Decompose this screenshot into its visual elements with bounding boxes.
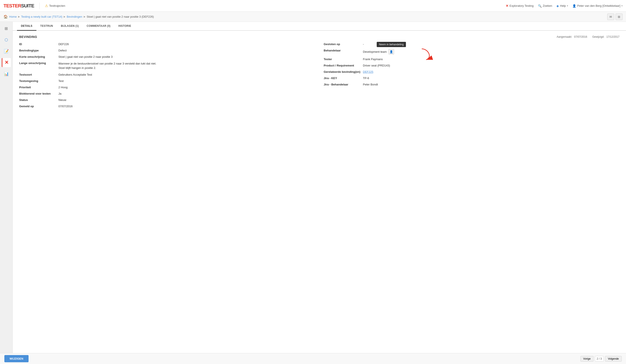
help-label: Help: [560, 4, 566, 7]
field-lange-omschrijving: Lange omschrijving Wanneer je de bestuur…: [19, 61, 315, 70]
help-chevron: ▾: [567, 4, 568, 7]
field-label-id: ID: [19, 42, 58, 46]
field-value-product: Driver seat (PRD143): [363, 64, 620, 67]
field-value-behandelaar: Development team: [363, 50, 387, 53]
field-gemeld-op: Gemeld op 07/07/2016: [19, 105, 315, 108]
field-label-bevindingtype: Bevindingtype: [19, 49, 58, 52]
field-blokkerend: Blokkerend voor testen Ja: [19, 92, 315, 95]
user-chevron: ▾: [622, 4, 623, 7]
field-gerelateerde: Gerelateerde bevinding(en) DEF225: [324, 70, 620, 74]
tab-details[interactable]: DETAILS: [17, 22, 37, 31]
puzzle-icon: ⬡: [4, 38, 8, 42]
field-status: Status Nieuw: [19, 98, 315, 102]
breadcrumb-actions: ✉ ⊞: [607, 13, 623, 20]
breadcrumb-home[interactable]: Home: [9, 15, 17, 18]
nav-right: ✕ Exploratory Testing 🔍 Zoeken ◆ Help ▾ …: [506, 4, 623, 8]
gerelateerde-link[interactable]: DEF225: [363, 70, 373, 74]
field-behandelaar: Behandelaar Development team Neem in beh…: [324, 49, 620, 54]
field-product: Product / Requirement Driver seat (PRD14…: [324, 64, 620, 67]
diamond-icon: ◆: [556, 4, 559, 8]
tab-commentaar[interactable]: COMMENTAAR (0): [83, 22, 115, 31]
exploratory-testing-btn[interactable]: ✕ Exploratory Testing: [506, 4, 534, 8]
user-menu[interactable]: 👤 Peter van den Berg [Ontwikkelaar] ▾: [572, 4, 623, 8]
field-value-prioriteit: 2 Hoog: [58, 86, 315, 89]
field-testsoort: Testsoort Gebruikers Acceptatie Test: [19, 73, 315, 76]
field-value-testsoort: Gebruikers Acceptatie Test: [58, 73, 315, 76]
field-label-prioriteit: Prioriteit: [19, 86, 58, 89]
pagination: Vorige 2 / 3 Volgende: [581, 356, 622, 362]
sidebar-item-x[interactable]: ✕: [2, 58, 11, 67]
field-korte-omschrijving: Korte omschrijving Stoel | gaat niet van…: [19, 55, 315, 58]
logo[interactable]: TESTERSUITE: [3, 3, 34, 9]
fields-left: ID DEF226 Bevindingtype Defect Korte oms…: [19, 42, 315, 111]
tab-historie[interactable]: HISTORIE: [115, 22, 135, 31]
next-btn[interactable]: Volgende: [605, 356, 622, 362]
field-label-testomgeving: Testomgeving: [19, 79, 58, 82]
fields-container: ID DEF226 Bevindingtype Defect Korte oms…: [19, 42, 620, 111]
breadcrumb-sep-2: ▶: [64, 15, 65, 18]
red-arrow: [420, 47, 454, 64]
sidebar-item-bar[interactable]: 📊: [2, 69, 11, 79]
field-label-tester: Tester: [324, 58, 363, 61]
nav-divider: [39, 3, 40, 9]
assign-button[interactable]: 👤: [389, 49, 394, 54]
fields-right: Gesloten op - Behandelaar Development te…: [324, 42, 620, 111]
breadcrumb-sep-3: ▶: [84, 15, 85, 18]
section-meta: Aangemaakt: 07/07/2016 Gewijzigd: 17/12/…: [552, 35, 620, 38]
sidebar-item-note[interactable]: 📝: [2, 47, 11, 56]
breadcrumb-level2[interactable]: Bevindingen: [67, 15, 82, 18]
field-jira-key: Jira - KEY TP-6: [324, 77, 620, 80]
user-label: Peter van den Berg [Ontwikkelaar]: [577, 4, 620, 7]
field-value-tester: Frank Paymans: [363, 58, 620, 61]
search-icon: 🔍: [538, 4, 542, 8]
field-value-jira-key: TP-6: [363, 77, 620, 80]
field-value-bevindingtype: Defect: [58, 49, 315, 52]
field-gesloten-op: Gesloten op -: [324, 42, 620, 46]
section-header: BEVINDING Aangemaakt: 07/07/2016 Gewijzi…: [19, 35, 620, 39]
email-btn[interactable]: ✉: [607, 13, 614, 20]
field-jira-behandelaar: Jira - Behandelaar Peter Bondt: [324, 83, 620, 86]
gewijzigd-value: 17/12/2017: [606, 35, 620, 38]
search-label: Zoeken: [543, 4, 552, 7]
tab-bijlagen[interactable]: BIJLAGEN (1): [57, 22, 83, 31]
top-nav: TESTERSUITE ⚠ Testtrajecten ✕ Explorator…: [0, 0, 626, 12]
field-label-gemeld-op: Gemeld op: [19, 105, 58, 108]
bottom-bar: WIJZIGEN Vorige 2 / 3 Volgende: [0, 353, 626, 364]
field-value-status: Nieuw: [58, 98, 315, 102]
field-value-testomgeving: Test: [58, 79, 315, 82]
sidebar-item-grid[interactable]: ⊞: [2, 24, 11, 33]
share-btn[interactable]: ⊞: [616, 13, 623, 20]
field-label-blokkerend: Blokkerend voor testen: [19, 92, 58, 95]
field-label-gerelateerde: Gerelateerde bevinding(en): [324, 70, 363, 74]
grid-icon: ⊞: [4, 26, 8, 31]
sidebar-item-puzzle[interactable]: ⬡: [2, 35, 11, 44]
neem-tooltip: Neem in behandeling: [377, 42, 406, 47]
logo-suite: SUITE: [21, 3, 34, 9]
help-btn[interactable]: ◆ Help ▾: [556, 4, 568, 8]
field-label-status: Status: [19, 98, 58, 102]
home-icon[interactable]: 🏠: [3, 15, 8, 19]
field-label-product: Product / Requirement: [324, 64, 363, 67]
nav-project[interactable]: ⚠ Testtrajecten: [45, 4, 65, 8]
field-label-gesloten-op: Gesloten op: [324, 42, 363, 46]
section-title: BEVINDING: [19, 35, 37, 39]
field-label-korte-omschrijving: Korte omschrijving: [19, 55, 58, 58]
field-tester: Tester Frank Paymans: [324, 58, 620, 61]
gewijzigd-label: Gewijzigd:: [592, 35, 604, 38]
warning-icon: ⚠: [45, 4, 48, 8]
user-icon: 👤: [572, 4, 576, 8]
breadcrumb-sep-1: ▶: [18, 15, 20, 18]
field-value-gerelateerde: DEF225: [363, 70, 620, 74]
tab-testrun[interactable]: TESTRUN: [37, 22, 57, 31]
logo-tester: TESTER: [3, 3, 21, 9]
field-bevindingtype: Bevindingtype Defect: [19, 49, 315, 52]
wijzigen-button[interactable]: WIJZIGEN: [4, 355, 29, 362]
aangemaakt-value: 07/07/2016: [574, 35, 587, 38]
content-area: DETAILS TESTRUN BIJLAGEN (1) COMMENTAAR …: [13, 22, 626, 353]
breadcrumb-level1[interactable]: Testing a newly built car (TST14): [21, 15, 62, 18]
field-value-id: DEF226: [58, 42, 315, 46]
search-btn[interactable]: 🔍 Zoeken: [538, 4, 552, 8]
field-label-jira-key: Jira - KEY: [324, 77, 363, 80]
previous-btn[interactable]: Vorige: [581, 356, 593, 362]
field-label-jira-behandelaar: Jira - Behandelaar: [324, 83, 363, 86]
